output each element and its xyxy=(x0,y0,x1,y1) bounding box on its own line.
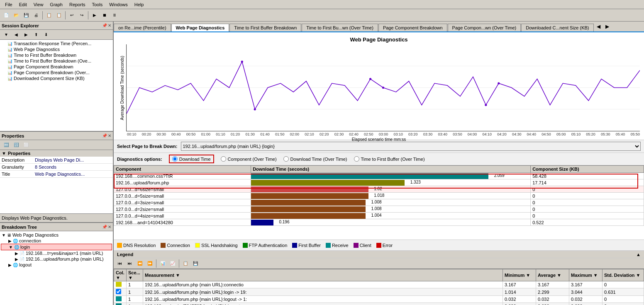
session-toolbar: ▼ ◀ ▶ ⬆ ⬇ xyxy=(0,30,113,40)
tab-3[interactable]: Time to First Bu...wn (Over Time) xyxy=(302,24,378,31)
tree-item-2[interactable]: 📊 Time to First Buffer Breakdown xyxy=(1,52,112,58)
component-over-time-option[interactable]: Component (Over Time) xyxy=(221,156,277,162)
menu-tools[interactable]: Tools xyxy=(88,1,106,8)
bt-item-logout[interactable]: ▶ 🌐 logout xyxy=(1,262,112,268)
session-btn3[interactable]: ▶ xyxy=(22,30,31,39)
bd-row-6[interactable]: 127.0.0...d=4size=small 1.004 0 xyxy=(114,213,644,219)
toolbar-print[interactable]: 🖨 xyxy=(32,11,41,20)
bt-label-login: login xyxy=(20,244,30,249)
bottom-table-area[interactable]: Col. ▼ Sce... ▼ Measurement ▼ Minimum ▼ … xyxy=(114,269,644,305)
component-over-time-radio[interactable] xyxy=(221,156,226,162)
download-time-option[interactable]: Download Time xyxy=(169,155,214,163)
bt-check-1[interactable] xyxy=(116,289,121,294)
tab-2[interactable]: Time to First Buffer Breakdown xyxy=(229,24,301,31)
session-btn1[interactable]: ▼ xyxy=(2,30,11,39)
toolbar-stop[interactable]: ⏹ xyxy=(100,11,109,20)
tree-item-3[interactable]: 📊 Time to First Buffer Breakdown (Ove... xyxy=(1,58,112,64)
tab-5[interactable]: Page Compon...wn (Over Time) xyxy=(448,24,521,31)
menu-edit[interactable]: Edit xyxy=(16,1,30,8)
toolbar-open[interactable]: 📂 xyxy=(12,11,21,20)
bd-row-5[interactable]: 127.0.0...d=2size=small 1.008 0 xyxy=(114,206,644,213)
bt-btn4[interactable]: ⏩ xyxy=(145,259,154,268)
tab-6[interactable]: Downloaded C...nent Size (KB) xyxy=(521,24,593,31)
tree-item-4[interactable]: 📊 Page Component Breakdown xyxy=(1,64,112,70)
tab-4[interactable]: Page Component Breakdown xyxy=(378,24,447,31)
menu-view[interactable]: View xyxy=(30,1,47,8)
bd-row-2[interactable]: 127.0.0...d=6size=small 1.02 0 xyxy=(114,186,644,193)
tab-1[interactable]: Web Page Diagnostics xyxy=(171,24,229,32)
toolbar-copy[interactable]: 📋 xyxy=(44,11,54,20)
tree-item-1[interactable]: 📊 Web Page Diagnostics xyxy=(1,46,112,52)
bt-item-url1[interactable]: ▶ 📄 192.168....t=yes&inajax=1 (main URL) xyxy=(1,250,112,256)
prop-val-1: 8 Seconds xyxy=(35,165,56,169)
session-btn5[interactable]: ⬇ xyxy=(41,30,51,39)
time-first-buffer-radio[interactable] xyxy=(354,156,359,162)
toolbar-run[interactable]: ▶ xyxy=(90,11,99,20)
btcol-avg: Average ▼ xyxy=(536,269,569,281)
prop-sort-az[interactable]: 🔤 xyxy=(2,140,11,150)
download-time-over-radio[interactable] xyxy=(283,156,289,162)
bt-row-2[interactable]: 1 192.16...upload/forum.php {main URL}:l… xyxy=(114,296,644,303)
toolbar-save[interactable]: 💾 xyxy=(22,11,31,20)
bd-bar-4: 1.008 xyxy=(251,199,531,206)
time-to-first-buffer-option[interactable]: Time to First Buffer (Over Time) xyxy=(354,156,425,162)
tree-item-0[interactable]: 📊 Transaction Response Time (Percen... xyxy=(1,41,112,46)
toolbar-paste[interactable]: 📋 xyxy=(54,11,63,20)
bd-row-7[interactable]: 192.168....and=1410434280 0.196 0.522 xyxy=(114,219,644,226)
section-arrow: ▼ xyxy=(2,151,6,156)
bt-item-0[interactable]: ▼ 🖥 Web Page Diagnostics xyxy=(1,232,112,238)
properties-footer: Displays Web Page Diagnostics. xyxy=(0,213,113,222)
bt-sep2 xyxy=(179,259,179,268)
bt-btn7[interactable]: 📋 xyxy=(181,259,190,268)
menu-reports[interactable]: Reports xyxy=(66,1,89,8)
menu-help[interactable]: Help xyxy=(131,1,147,8)
legend-connection: Connection xyxy=(161,243,190,248)
prop-close-icon[interactable]: ✕ xyxy=(108,133,111,138)
menu-windows[interactable]: Windows xyxy=(106,1,131,8)
toolbar-pause[interactable]: ⏸ xyxy=(110,11,119,20)
bt-btn2[interactable]: ⏭ xyxy=(125,259,134,268)
download-time-radio[interactable] xyxy=(172,156,178,162)
bd-row-0[interactable]: 192.168....common.css?TtR 2.059 58.428 xyxy=(114,173,644,179)
bt-row-0[interactable]: 1 192.16...upload/forum.php {main URL}:c… xyxy=(114,281,644,288)
download-time-over-option[interactable]: Download Time (Over Time) xyxy=(283,156,347,162)
pin-icon[interactable]: 📌 xyxy=(102,23,107,28)
chart-inner[interactable] xyxy=(126,44,640,131)
legend-expand[interactable]: ▲ xyxy=(636,252,641,257)
prop-sort-num[interactable]: 🔢 xyxy=(12,140,21,150)
bt-btn8[interactable]: 💾 xyxy=(191,259,200,268)
bt-pin-icon[interactable]: 📌 xyxy=(102,225,107,229)
bt-btn3[interactable]: ⏪ xyxy=(135,259,144,268)
prop-expand[interactable]: ⬜ xyxy=(22,140,31,150)
breakdown-table-area[interactable]: Component Download Time (seconds) Compon… xyxy=(114,165,644,240)
menu-file[interactable]: File xyxy=(2,1,16,8)
tab-scroll-left[interactable]: ◀ xyxy=(594,22,603,31)
bt-icons: 📌 ✕ xyxy=(102,225,111,229)
bd-row-4[interactable]: 127.0.0...d=3size=small 1.008 0 xyxy=(114,199,644,206)
toolbar-new[interactable]: 📄 xyxy=(2,11,11,20)
tree-item-6[interactable]: 📊 Downloaded Component Size (KB) xyxy=(1,75,112,81)
tree-item-5[interactable]: 📊 Page Component Breakdown (Over... xyxy=(1,70,112,75)
bt-item-1[interactable]: ▶ 🌐 connection xyxy=(1,238,112,244)
toolbar-redo[interactable]: ↪ xyxy=(77,11,86,20)
bt-btn1[interactable]: ⏮ xyxy=(115,259,124,268)
menu-graph[interactable]: Graph xyxy=(46,1,66,8)
bt-row-1[interactable]: 1 192.16...upload/forum.php {main URL}:l… xyxy=(114,288,644,296)
bt-btn5[interactable]: 📊 xyxy=(158,259,167,268)
bd-row-1[interactable]: 192.16...upload/forum.php 1.323 17.714 xyxy=(114,179,644,186)
session-btn2[interactable]: ◀ xyxy=(12,30,21,39)
bt-item-url2[interactable]: ▶ 📄 192.16...upload/forum.php (main URL) xyxy=(1,256,112,262)
tab-0[interactable]: on Re...ime (Percentile) xyxy=(114,24,171,31)
tab-scroll-right[interactable]: ▶ xyxy=(603,22,612,31)
bd-row-3[interactable]: 127.0.0...d=5size=small 1.018 0 xyxy=(114,193,644,199)
session-btn4[interactable]: ⬆ xyxy=(32,30,41,39)
bt-item-login[interactable]: ▼ 🌐 login xyxy=(1,244,112,250)
bt-btn6[interactable]: 📈 xyxy=(168,259,177,268)
select-page-dropdown[interactable]: 192.16...upload/forum.php (main URL) {lo… xyxy=(181,142,641,151)
close-icon[interactable]: ✕ xyxy=(108,23,111,28)
bt-row-3[interactable]: 1 192.168....mhash=f7645705 {main URL}:l… xyxy=(114,303,644,305)
bd-size-1: 17.714 xyxy=(531,179,644,186)
toolbar-undo[interactable]: ↩ xyxy=(67,11,76,20)
bt-close-icon[interactable]: ✕ xyxy=(108,225,111,229)
prop-pin-icon[interactable]: 📌 xyxy=(102,133,107,138)
